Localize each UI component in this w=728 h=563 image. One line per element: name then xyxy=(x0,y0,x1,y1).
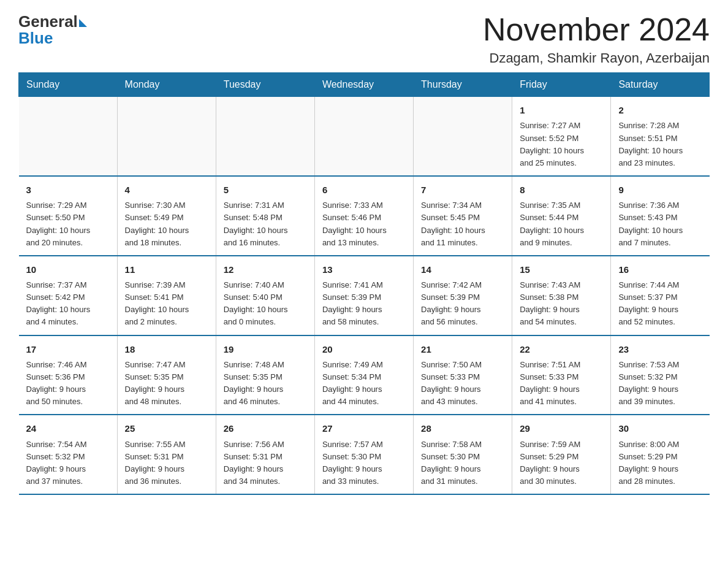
day-info: Sunrise: 7:31 AM Sunset: 5:48 PM Dayligh… xyxy=(224,199,307,249)
calendar-cell: 3Sunrise: 7:29 AM Sunset: 5:50 PM Daylig… xyxy=(19,176,118,256)
day-info: Sunrise: 7:39 AM Sunset: 5:41 PM Dayligh… xyxy=(125,279,208,329)
header-wednesday: Wednesday xyxy=(314,73,413,97)
day-number: 3 xyxy=(26,183,110,197)
day-number: 22 xyxy=(520,342,603,356)
calendar-cell: 8Sunrise: 7:35 AM Sunset: 5:44 PM Daylig… xyxy=(512,176,611,256)
day-number: 14 xyxy=(421,262,504,277)
calendar-week-4: 17Sunrise: 7:46 AM Sunset: 5:36 PM Dayli… xyxy=(19,335,710,415)
header-thursday: Thursday xyxy=(414,73,512,97)
day-info: Sunrise: 7:43 AM Sunset: 5:38 PM Dayligh… xyxy=(520,279,603,329)
day-number: 10 xyxy=(26,262,110,277)
day-number: 21 xyxy=(421,342,504,356)
header-sunday: Sunday xyxy=(19,73,118,97)
day-number: 2 xyxy=(618,103,702,117)
day-number: 12 xyxy=(224,262,307,277)
day-number: 28 xyxy=(421,421,504,435)
calendar-week-5: 24Sunrise: 7:54 AM Sunset: 5:32 PM Dayli… xyxy=(19,415,710,494)
day-info: Sunrise: 7:36 AM Sunset: 5:43 PM Dayligh… xyxy=(618,199,702,249)
calendar-cell: 7Sunrise: 7:34 AM Sunset: 5:45 PM Daylig… xyxy=(414,176,512,256)
header-tuesday: Tuesday xyxy=(216,73,314,97)
day-info: Sunrise: 7:29 AM Sunset: 5:50 PM Dayligh… xyxy=(26,199,110,249)
day-number: 29 xyxy=(520,421,603,435)
calendar-cell: 9Sunrise: 7:36 AM Sunset: 5:43 PM Daylig… xyxy=(611,176,710,256)
day-info: Sunrise: 7:58 AM Sunset: 5:30 PM Dayligh… xyxy=(421,439,504,488)
day-number: 18 xyxy=(125,342,208,356)
calendar-cell: 26Sunrise: 7:56 AM Sunset: 5:31 PM Dayli… xyxy=(216,415,314,494)
day-info: Sunrise: 8:00 AM Sunset: 5:29 PM Dayligh… xyxy=(618,439,702,488)
calendar-cell: 15Sunrise: 7:43 AM Sunset: 5:38 PM Dayli… xyxy=(512,256,611,335)
calendar-cell: 25Sunrise: 7:55 AM Sunset: 5:31 PM Dayli… xyxy=(117,415,216,494)
day-info: Sunrise: 7:33 AM Sunset: 5:46 PM Dayligh… xyxy=(322,199,406,249)
calendar-cell: 20Sunrise: 7:49 AM Sunset: 5:34 PM Dayli… xyxy=(314,335,413,415)
logo: General Blue xyxy=(18,12,87,48)
calendar-cell: 2Sunrise: 7:28 AM Sunset: 5:51 PM Daylig… xyxy=(611,97,710,176)
page-header: General Blue November 2024 Dzagam, Shamk… xyxy=(18,12,710,66)
day-number: 19 xyxy=(224,342,307,356)
day-info: Sunrise: 7:54 AM Sunset: 5:32 PM Dayligh… xyxy=(26,439,110,488)
day-number: 15 xyxy=(520,262,603,277)
day-number: 4 xyxy=(125,183,208,197)
day-number: 24 xyxy=(26,421,110,435)
day-number: 7 xyxy=(421,183,504,197)
day-info: Sunrise: 7:44 AM Sunset: 5:37 PM Dayligh… xyxy=(618,279,702,329)
day-info: Sunrise: 7:49 AM Sunset: 5:34 PM Dayligh… xyxy=(322,359,406,408)
calendar-cell: 14Sunrise: 7:42 AM Sunset: 5:39 PM Dayli… xyxy=(414,256,512,335)
day-number: 16 xyxy=(618,262,702,277)
calendar-cell: 24Sunrise: 7:54 AM Sunset: 5:32 PM Dayli… xyxy=(19,415,118,494)
calendar-cell: 28Sunrise: 7:58 AM Sunset: 5:30 PM Dayli… xyxy=(414,415,512,494)
day-info: Sunrise: 7:51 AM Sunset: 5:33 PM Dayligh… xyxy=(520,359,603,408)
calendar-week-1: 1Sunrise: 7:27 AM Sunset: 5:52 PM Daylig… xyxy=(19,97,710,176)
day-number: 26 xyxy=(224,421,307,435)
calendar-cell: 6Sunrise: 7:33 AM Sunset: 5:46 PM Daylig… xyxy=(314,176,413,256)
calendar-cell: 27Sunrise: 7:57 AM Sunset: 5:30 PM Dayli… xyxy=(314,415,413,494)
logo-blue-text: Blue xyxy=(18,29,53,48)
day-info: Sunrise: 7:35 AM Sunset: 5:44 PM Dayligh… xyxy=(520,199,603,249)
calendar-cell: 11Sunrise: 7:39 AM Sunset: 5:41 PM Dayli… xyxy=(117,256,216,335)
day-info: Sunrise: 7:41 AM Sunset: 5:39 PM Dayligh… xyxy=(322,279,406,329)
calendar-cell: 19Sunrise: 7:48 AM Sunset: 5:35 PM Dayli… xyxy=(216,335,314,415)
day-info: Sunrise: 7:40 AM Sunset: 5:40 PM Dayligh… xyxy=(224,279,307,329)
calendar-table: Sunday Monday Tuesday Wednesday Thursday… xyxy=(18,72,710,495)
day-info: Sunrise: 7:56 AM Sunset: 5:31 PM Dayligh… xyxy=(224,439,307,488)
day-info: Sunrise: 7:47 AM Sunset: 5:35 PM Dayligh… xyxy=(125,359,208,408)
calendar-cell: 22Sunrise: 7:51 AM Sunset: 5:33 PM Dayli… xyxy=(512,335,611,415)
day-info: Sunrise: 7:46 AM Sunset: 5:36 PM Dayligh… xyxy=(26,359,110,408)
calendar-cell: 17Sunrise: 7:46 AM Sunset: 5:36 PM Dayli… xyxy=(19,335,118,415)
day-number: 1 xyxy=(520,103,603,117)
calendar-cell: 10Sunrise: 7:37 AM Sunset: 5:42 PM Dayli… xyxy=(19,256,118,335)
weekday-header-row: Sunday Monday Tuesday Wednesday Thursday… xyxy=(19,73,710,97)
day-number: 13 xyxy=(322,262,406,277)
day-info: Sunrise: 7:48 AM Sunset: 5:35 PM Dayligh… xyxy=(224,359,307,408)
day-number: 6 xyxy=(322,183,406,197)
calendar-cell: 4Sunrise: 7:30 AM Sunset: 5:49 PM Daylig… xyxy=(117,176,216,256)
day-number: 23 xyxy=(618,342,702,356)
day-number: 25 xyxy=(125,421,208,435)
day-number: 17 xyxy=(26,342,110,356)
header-friday: Friday xyxy=(512,73,611,97)
day-info: Sunrise: 7:53 AM Sunset: 5:32 PM Dayligh… xyxy=(618,359,702,408)
calendar-cell: 21Sunrise: 7:50 AM Sunset: 5:33 PM Dayli… xyxy=(414,335,512,415)
calendar-cell: 18Sunrise: 7:47 AM Sunset: 5:35 PM Dayli… xyxy=(117,335,216,415)
day-info: Sunrise: 7:37 AM Sunset: 5:42 PM Dayligh… xyxy=(26,279,110,329)
calendar-week-2: 3Sunrise: 7:29 AM Sunset: 5:50 PM Daylig… xyxy=(19,176,710,256)
day-number: 11 xyxy=(125,262,208,277)
calendar-cell: 23Sunrise: 7:53 AM Sunset: 5:32 PM Dayli… xyxy=(611,335,710,415)
title-section: November 2024 Dzagam, Shamkir Rayon, Aze… xyxy=(483,12,710,66)
logo-arrow-icon xyxy=(79,19,87,27)
calendar-cell xyxy=(414,97,512,176)
calendar-cell xyxy=(117,97,216,176)
calendar-cell xyxy=(19,97,118,176)
calendar-cell: 16Sunrise: 7:44 AM Sunset: 5:37 PM Dayli… xyxy=(611,256,710,335)
day-info: Sunrise: 7:55 AM Sunset: 5:31 PM Dayligh… xyxy=(125,439,208,488)
day-number: 8 xyxy=(520,183,603,197)
calendar-cell: 30Sunrise: 8:00 AM Sunset: 5:29 PM Dayli… xyxy=(611,415,710,494)
calendar-cell: 13Sunrise: 7:41 AM Sunset: 5:39 PM Dayli… xyxy=(314,256,413,335)
calendar-title: November 2024 xyxy=(483,12,710,47)
calendar-header: Sunday Monday Tuesday Wednesday Thursday… xyxy=(19,73,710,97)
day-number: 30 xyxy=(618,421,702,435)
day-info: Sunrise: 7:27 AM Sunset: 5:52 PM Dayligh… xyxy=(520,120,603,169)
calendar-cell xyxy=(216,97,314,176)
day-number: 27 xyxy=(322,421,406,435)
day-info: Sunrise: 7:59 AM Sunset: 5:29 PM Dayligh… xyxy=(520,439,603,488)
day-number: 9 xyxy=(618,183,702,197)
